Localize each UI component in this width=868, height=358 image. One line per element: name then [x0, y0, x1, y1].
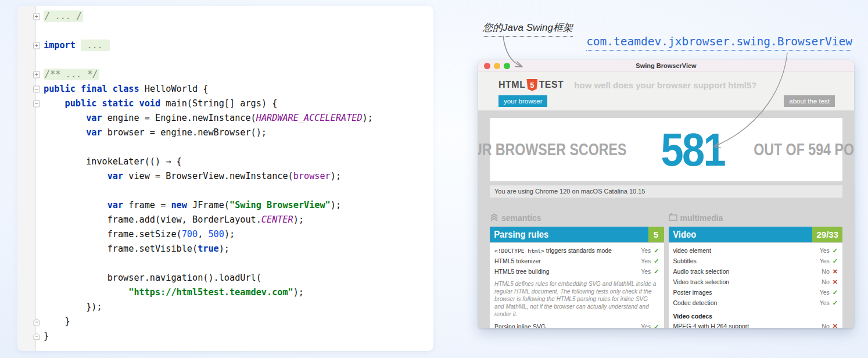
test-label: Audio track selection [673, 268, 730, 275]
test-row: HTML5 tokenizerYes✓ [490, 256, 664, 266]
code-line: +/ ... / [17, 9, 433, 24]
test-value: Yes✓ [820, 247, 838, 255]
html5-shield-icon: 5 [526, 79, 537, 91]
traffic-lights [484, 60, 510, 72]
fold-collapse-icon[interactable]: − [33, 85, 40, 93]
code-line: frame.setSize(700, 500); [17, 227, 433, 242]
test-row: <!DOCTYPE html> triggers standards modeY… [490, 245, 664, 256]
test-list: video elementYes✓SubtitlesYes✓Audio trac… [669, 243, 843, 328]
test-row: Video track selectionNo✕ [669, 277, 843, 287]
test-row: MPEG-4 with H.264 supportNo✕ [669, 321, 843, 328]
test-column-semantics: semanticsParsing rules5<!DOCTYPE html> t… [490, 213, 664, 328]
html5test-content: YOUR BROWSER SCORES 581 OUT OF 594 POINT… [478, 110, 854, 328]
code-editor-panel: +/ ... /+import ... +/** ... */−public f… [17, 6, 433, 351]
test-column-multimedia: multimediaVideo29/33video elementYes✓Sub… [669, 213, 843, 328]
code-line: +import ... [17, 38, 433, 53]
code-line: browser.navigation().loadUrl( [17, 271, 433, 285]
code-line: }); [17, 300, 433, 314]
table-title: Parsing rules [490, 229, 632, 240]
fold-expand-icon[interactable]: + [33, 71, 40, 78]
test-value: Yes✓ [641, 257, 659, 265]
code-lines: +/ ... /+import ... +/** ... */−public f… [17, 9, 433, 343]
test-label: Poster images [673, 289, 712, 296]
test-row: HTML5 tree buildingYes✓ [490, 266, 664, 277]
test-value: Yes✓ [641, 268, 659, 275]
test-value: Yes✓ [820, 289, 838, 296]
code-line: frame.setVisible(true); [17, 242, 433, 256]
code-line [17, 140, 433, 155]
check-icon: ✓ [654, 247, 659, 255]
fold-end-icon[interactable] [33, 332, 40, 340]
code-line: −public static void main(String[] args) … [17, 96, 433, 111]
annotation-java-swing-frame: 您的Java Swing框架 [483, 21, 573, 37]
chevrons-up-icon [490, 213, 498, 223]
code-line [17, 256, 433, 271]
close-button[interactable] [484, 63, 490, 69]
code-line [17, 53, 433, 67]
code-line: invokeLater(() → { [17, 155, 433, 169]
test-value: Yes✓ [820, 299, 838, 307]
minimize-button[interactable] [494, 63, 500, 69]
note-text: HTML5 defines rules for embedding SVG an… [490, 277, 664, 321]
section-label-multimedia: multimedia [669, 213, 843, 223]
test-label: <!DOCTYPE html> triggers standards mode [494, 247, 612, 254]
cross-icon: ✕ [833, 323, 838, 328]
logo-html-text: HTML [498, 80, 525, 90]
test-row: Codec detectionYes✓ [669, 298, 843, 308]
fold-collapse-icon[interactable]: − [33, 100, 40, 108]
test-label: HTML5 tokenizer [494, 257, 541, 264]
test-label: HTML5 tree building [494, 268, 550, 275]
browserview-class-link[interactable]: com.teamdev.jxbrowser.swing.BrowserView [586, 35, 852, 51]
your-browser-button[interactable]: your browser [498, 95, 547, 107]
check-icon: ✓ [833, 257, 838, 265]
score-value: 581 [661, 123, 725, 177]
code-line: +/** ... */ [17, 67, 433, 82]
test-list: <!DOCTYPE html> triggers standards modeY… [490, 243, 664, 328]
video-frame-icon [669, 213, 677, 223]
table-header: Video29/33 [669, 227, 843, 242]
check-icon: ✓ [654, 257, 659, 265]
table-title: Video [669, 229, 798, 240]
score-suffix: OUT OF 594 POINTS [754, 140, 854, 159]
test-value: Yes✓ [820, 257, 838, 265]
test-value: Yes✓ [641, 247, 659, 255]
fold-expand-icon[interactable]: + [33, 42, 40, 49]
about-the-test-button[interactable]: about the test [784, 95, 835, 107]
cross-icon: ✕ [833, 278, 838, 286]
cross-icon: ✕ [833, 268, 838, 275]
score-badge: 5 [648, 227, 664, 242]
code-line [17, 184, 433, 198]
score-prefix: YOUR BROWSER SCORES [478, 140, 627, 159]
test-value: No✕ [822, 268, 838, 275]
test-row: Audio track selectionNo✕ [669, 266, 843, 277]
window-titlebar[interactable]: Swing BrowserView [478, 60, 854, 72]
fold-expand-icon[interactable]: + [33, 13, 40, 20]
code-line: "https://html5test.teamdev.com"); [17, 285, 433, 300]
window-title: Swing BrowserView [636, 62, 696, 69]
check-icon: ✓ [833, 299, 838, 307]
code-line: var engine = Engine.newInstance(HARDWARE… [17, 111, 433, 126]
test-label: Video track selection [673, 278, 730, 285]
table-header: Parsing rules5 [490, 227, 664, 242]
test-columns: semanticsParsing rules5<!DOCTYPE html> t… [490, 213, 842, 328]
test-row: video elementYes✓ [669, 245, 843, 256]
test-value: Yes✓ [641, 323, 659, 328]
check-icon: ✓ [654, 323, 659, 328]
score-card: YOUR BROWSER SCORES 581 OUT OF 594 POINT… [490, 118, 842, 181]
code-line: } [17, 329, 433, 343]
fold-end-icon[interactable] [33, 318, 40, 325]
code-line: var frame = new JFrame("Swing BrowserVie… [17, 198, 433, 213]
page: +/ ... /+import ... +/** ... */−public f… [0, 0, 868, 358]
score-badge: 29/33 [812, 227, 842, 242]
test-label: Parsing inline SVG [494, 323, 546, 328]
test-label: MPEG-4 with H.264 support [673, 323, 749, 328]
code-line: −public final class HelloWorld { [17, 82, 433, 96]
check-icon: ✓ [833, 247, 838, 255]
test-value: No✕ [822, 278, 838, 286]
code-line [17, 24, 433, 38]
test-row: SubtitlesYes✓ [669, 256, 843, 266]
code-line: frame.add(view, BorderLayout.CENTER); [17, 213, 433, 227]
test-row: Parsing inline SVGYes✓ [490, 321, 664, 328]
code-line: } [17, 314, 433, 329]
zoom-button[interactable] [504, 63, 510, 69]
